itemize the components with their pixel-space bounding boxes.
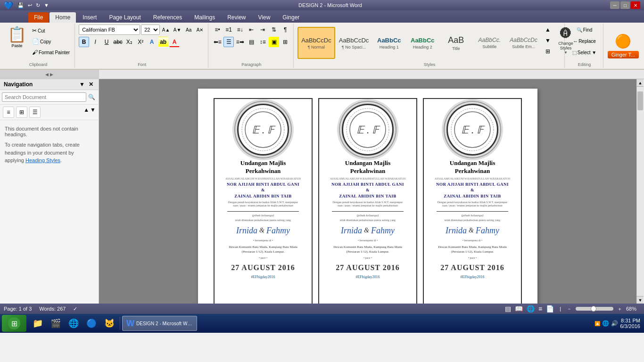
styles-expand[interactable]: ⊞ (543, 46, 553, 57)
taskbar-network[interactable]: 🌐 (602, 320, 609, 327)
tab-page-layout[interactable]: Page Layout (103, 12, 146, 23)
font-family-select[interactable]: Californian FB (79, 25, 140, 35)
change-case-button[interactable]: Aa (183, 25, 194, 35)
qa-save[interactable]: 💾 (16, 1, 25, 9)
bullets-button[interactable]: ≡• (212, 25, 223, 35)
bold-button[interactable]: B (79, 37, 89, 47)
cut-button[interactable]: ✂ Cut (30, 25, 72, 36)
tab-view[interactable]: View (253, 12, 276, 23)
increase-indent-button[interactable]: ⇥ (257, 25, 268, 35)
nav-list-view[interactable]: ≡ (3, 107, 14, 118)
align-center-button[interactable]: ☰ (223, 37, 234, 47)
zoom-out-button[interactable]: － (567, 305, 572, 313)
taskbar-word[interactable]: W DESIGN 2 - Microsoft Word (122, 316, 197, 331)
zoom-slider[interactable] (576, 307, 613, 311)
search-button[interactable]: 🔍 (86, 92, 97, 102)
document-area[interactable]: 𝔼 . 𝔽 Undangan MajlisPerkahwinan ASSALAM… (99, 79, 636, 304)
align-right-button[interactable]: ≡➡ (235, 37, 245, 47)
style-subtle-em[interactable]: AaBbCcDc Subtle Em... (506, 27, 541, 59)
style-normal[interactable]: AaBbCcDc ¶ Normal (297, 27, 335, 59)
style-subtitle[interactable]: AaBbCc. Subtitle (473, 27, 506, 59)
shading-button[interactable]: ▣ (269, 37, 279, 47)
style-title[interactable]: AaB Title (439, 27, 472, 59)
text-effects-button[interactable]: A (147, 37, 157, 47)
view-normal-icon[interactable]: ▤ (505, 305, 511, 313)
view-outline-icon[interactable]: ≡ (538, 305, 542, 313)
nav-grid-view[interactable]: ⊞ (16, 107, 27, 118)
font-color-button[interactable]: A (169, 37, 180, 47)
taskbar-show-desktop[interactable]: 🔼 (594, 321, 600, 326)
nav-close-button[interactable]: ✕ (87, 81, 95, 88)
taskbar-ie[interactable]: 🌐 (65, 316, 82, 331)
numbering-button[interactable]: ≡1 (223, 25, 234, 35)
scroll-up-button[interactable]: ▲ (637, 79, 644, 87)
tab-ginger[interactable]: Ginger (277, 12, 305, 23)
increase-font-size-button[interactable]: A▲ (161, 25, 171, 35)
qa-undo[interactable]: ↩ (26, 1, 33, 9)
clear-formatting-button[interactable]: A✕ (195, 25, 205, 35)
sort-button[interactable]: ⇅ (269, 25, 279, 35)
style-heading2[interactable]: AaBbCc Heading 2 (406, 27, 439, 59)
search-input[interactable] (2, 92, 86, 102)
font-size-select[interactable]: 22 (141, 25, 160, 35)
minimize-button[interactable]: ─ (610, 1, 619, 9)
styles-scroll-down[interactable]: ▼ (543, 35, 553, 46)
select-button[interactable]: ⬚ Select ▼ (570, 47, 598, 58)
view-web-icon[interactable]: 🌐 (527, 305, 535, 313)
nav-next[interactable]: ▼ (90, 107, 96, 118)
line-spacing-button[interactable]: ↕≡ (257, 37, 268, 47)
subscript-button[interactable]: X₂ (124, 37, 134, 47)
tab-review[interactable]: Review (222, 12, 251, 23)
zoom-in-button[interactable]: ＋ (617, 305, 622, 313)
superscript-button[interactable]: X² (135, 37, 146, 47)
find-button[interactable]: 🔍 Find (575, 25, 594, 35)
start-button[interactable]: ⊞ (2, 315, 26, 332)
nav-page-view[interactable]: ☰ (29, 107, 41, 118)
heading-styles-link[interactable]: Heading Styles (25, 157, 60, 163)
borders-button[interactable]: ⊞ (280, 37, 290, 47)
decrease-indent-button[interactable]: ⇤ (246, 25, 256, 35)
zoom-thumb[interactable] (591, 306, 596, 312)
tab-file[interactable]: File (28, 12, 49, 23)
taskbar-chrome[interactable]: 🔵 (83, 316, 100, 331)
vertical-scrollbar[interactable]: ▲ ▼ (636, 79, 644, 304)
taskbar-volume[interactable]: 🔊 (611, 320, 618, 327)
underline-button[interactable]: U (101, 37, 112, 47)
style-heading1[interactable]: AaBbCc Heading 1 (372, 27, 405, 59)
spell-check-icon[interactable]: ✓ (73, 306, 77, 312)
taskbar-media[interactable]: 🎬 (47, 316, 64, 331)
qa-redo[interactable]: ↻ (34, 1, 41, 9)
scroll-down-button[interactable]: ▼ (637, 296, 644, 304)
qa-dropdown[interactable]: ▼ (42, 1, 50, 9)
nav-prev[interactable]: ▲ (83, 107, 89, 118)
align-left-button[interactable]: ⬅≡ (212, 37, 223, 47)
highlight-color-button[interactable]: ab (158, 37, 168, 47)
tab-references[interactable]: References (148, 12, 188, 23)
view-reading-icon[interactable]: 📖 (515, 305, 523, 313)
italic-button[interactable]: I (90, 37, 100, 47)
tab-insert[interactable]: Insert (77, 12, 102, 23)
show-formatting-button[interactable]: ¶ (280, 25, 290, 35)
decrease-font-size-button[interactable]: A▼ (172, 25, 182, 35)
tab-home[interactable]: Home (50, 12, 76, 23)
maximize-button[interactable]: □ (620, 1, 630, 9)
taskbar-folder[interactable]: 📁 (29, 316, 46, 331)
nav-header-expand[interactable]: ▼ (78, 81, 86, 88)
close-button[interactable]: ✕ (631, 1, 640, 9)
paste-button[interactable]: 📋 Paste (5, 25, 29, 49)
multilevel-list-button[interactable]: ≡↓ (235, 25, 245, 35)
format-painter-button[interactable]: 🖌 Format Painter (30, 47, 72, 58)
tab-mailings[interactable]: Mailings (189, 12, 221, 23)
taskbar-cat[interactable]: 🐱 (101, 316, 118, 331)
scroll-track[interactable] (637, 87, 644, 296)
ginger-button[interactable]: Ginger T... (608, 51, 639, 58)
scroll-thumb[interactable] (637, 91, 643, 110)
styles-scroll-up[interactable]: ▲ (543, 25, 553, 35)
strikethrough-button[interactable]: abc (113, 37, 123, 47)
justify-button[interactable]: ▤ (246, 37, 256, 47)
taskbar-clock[interactable]: 8:31 PM 6/3/2016 (620, 318, 640, 329)
copy-button[interactable]: 📄 Copy (30, 36, 72, 47)
replace-button[interactable]: ↔ Replace (571, 36, 598, 46)
style-no-spacing[interactable]: AaBbCcDc ¶ No Spaci... (336, 27, 372, 59)
view-draft-icon[interactable]: 📄 (546, 305, 554, 313)
